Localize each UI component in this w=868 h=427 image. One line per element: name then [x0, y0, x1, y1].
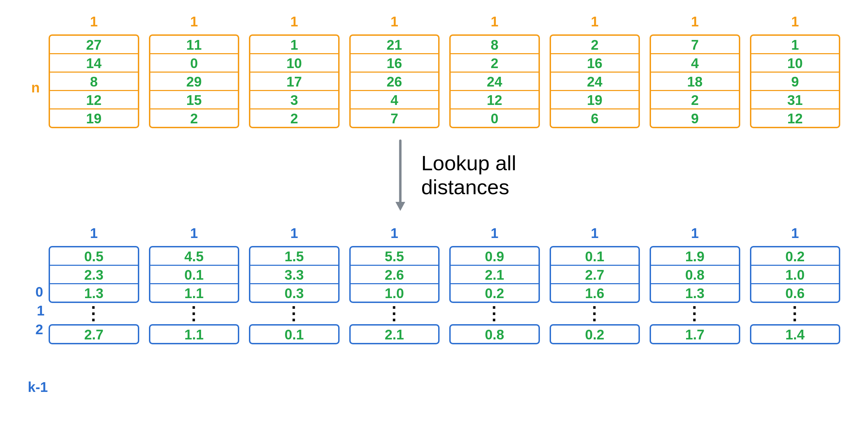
bottom-column: 14.50.11.1⋮1.1	[149, 225, 240, 344]
vertical-ellipsis-icon: ⋮	[385, 309, 404, 317]
bottom-column-stack: 4.50.11.1	[149, 246, 240, 303]
top-cell: 12	[451, 90, 539, 108]
bottom-cell: 0.6	[751, 283, 839, 302]
bottom-cell: 0.1	[551, 247, 639, 265]
bottom-cell: 1.9	[651, 247, 739, 265]
top-cell: 26	[351, 72, 439, 90]
top-cell: 7	[351, 108, 439, 127]
bottom-column: 10.92.10.2⋮0.8	[449, 225, 540, 344]
bottom-cell: 4.5	[150, 247, 238, 265]
top-cell: 24	[451, 72, 539, 90]
bottom-row-label-0: 0	[35, 284, 43, 300]
bottom-cell: 1.3	[50, 283, 138, 302]
bottom-cell: 2.6	[351, 265, 439, 283]
top-cell: 15	[150, 90, 238, 108]
top-cell: 17	[250, 72, 338, 90]
bottom-column-stack: 1.90.81.3	[650, 246, 740, 303]
bottom-cell: 0.3	[250, 283, 338, 302]
top-cell: 4	[651, 53, 739, 72]
top-cell: 9	[651, 108, 739, 127]
top-cell: 1	[250, 36, 338, 53]
top-column-stack: 8224120	[449, 34, 540, 128]
bottom-cell: 2.7	[551, 265, 639, 283]
bottom-last-cell: 2.1	[349, 324, 440, 344]
bottom-column-stack: 0.92.10.2	[449, 246, 540, 303]
bottom-column-header: 1	[691, 225, 699, 241]
top-cell: 11	[150, 36, 238, 53]
top-cell: 12	[50, 90, 138, 108]
top-cell: 6	[551, 108, 639, 127]
bottom-last-cell: 0.1	[249, 324, 340, 344]
top-column-stack: 1101732	[249, 34, 340, 128]
bottom-cell: 1.6	[551, 283, 639, 302]
bottom-column-stack: 1.53.30.3	[249, 246, 340, 303]
vertical-ellipsis-icon: ⋮	[285, 309, 303, 317]
arrow-block: Lookup all distances	[28, 139, 840, 212]
vertical-ellipsis-icon: ⋮	[585, 309, 604, 317]
top-column-stack: 21624196	[550, 34, 640, 128]
top-cell: 2	[250, 108, 338, 127]
top-column: 18224120	[449, 14, 540, 128]
top-cell: 9	[751, 72, 839, 90]
pq-lookup-diagram: n 12714812191110291521110173212116264718…	[28, 14, 840, 413]
bottom-column: 10.21.00.6⋮1.4	[750, 225, 841, 344]
bottom-cell: 1.5	[250, 247, 338, 265]
top-cell: 29	[150, 72, 238, 90]
bottom-last-cell: 2.7	[49, 324, 139, 344]
top-cell: 16	[551, 53, 639, 72]
top-column-stack: 21162647	[349, 34, 440, 128]
top-column-stack: 271481219	[49, 34, 139, 128]
bottom-last-cell: 1.4	[750, 324, 841, 344]
bottom-last-cell: 0.8	[449, 324, 540, 344]
bottom-cell: 3.3	[250, 265, 338, 283]
top-side-label: n	[31, 80, 40, 96]
bottom-row-label-1: 1	[37, 303, 44, 319]
vertical-ellipsis-icon: ⋮	[786, 309, 804, 317]
bottom-column-stack: 0.12.71.6	[550, 246, 640, 303]
bottom-column: 11.53.30.3⋮0.1	[249, 225, 340, 344]
top-cell: 3	[250, 90, 338, 108]
bottom-column: 10.12.71.6⋮0.2	[550, 225, 640, 344]
arrow-caption-line2: distances	[421, 175, 516, 199]
top-cell: 4	[351, 90, 439, 108]
bottom-last-cell: 1.7	[650, 324, 740, 344]
top-cell: 16	[351, 53, 439, 72]
bottom-column-header: 1	[290, 225, 298, 241]
top-column: 111093112	[750, 14, 841, 128]
bottom-cell: 0.5	[50, 247, 138, 265]
bottom-cell: 0.2	[451, 283, 539, 302]
top-cell: 8	[451, 36, 539, 53]
top-column-header: 1	[391, 14, 398, 30]
top-column-header: 1	[190, 14, 198, 30]
top-cell: 19	[551, 90, 639, 108]
bottom-cell: 5.5	[351, 247, 439, 265]
top-column-header: 1	[90, 14, 98, 30]
arrow-caption-line1: Lookup all	[421, 151, 516, 175]
bottom-last-cell: 1.1	[149, 324, 240, 344]
bottom-column-header: 1	[90, 225, 98, 241]
vertical-ellipsis-icon: ⋮	[685, 309, 704, 317]
top-column-header: 1	[591, 14, 599, 30]
top-cell: 14	[50, 53, 138, 72]
bottom-cell: 0.2	[751, 247, 839, 265]
top-column: 1741829	[650, 14, 740, 128]
bottom-column-stack: 0.21.00.6	[750, 246, 841, 303]
vertical-ellipsis-icon: ⋮	[485, 309, 504, 317]
bottom-row-label-last: k-1	[28, 379, 48, 395]
top-cell: 2	[551, 36, 639, 53]
bottom-last-cell: 0.2	[550, 324, 640, 344]
bottom-column-header: 1	[791, 225, 799, 241]
top-cell: 8	[50, 72, 138, 90]
top-cell: 7	[651, 36, 739, 53]
top-cell: 10	[751, 53, 839, 72]
vertical-ellipsis-icon: ⋮	[185, 309, 203, 317]
top-cell: 0	[451, 108, 539, 127]
bottom-column-header: 1	[391, 225, 398, 241]
top-column: 111029152	[149, 14, 240, 128]
bottom-cell: 0.9	[451, 247, 539, 265]
svg-marker-1	[395, 202, 405, 211]
vertical-ellipsis-icon: ⋮	[84, 309, 103, 317]
top-column: 11101732	[249, 14, 340, 128]
top-columns-row: 1271481219111029152111017321211626471822…	[28, 14, 840, 128]
top-column-stack: 11093112	[750, 34, 841, 128]
